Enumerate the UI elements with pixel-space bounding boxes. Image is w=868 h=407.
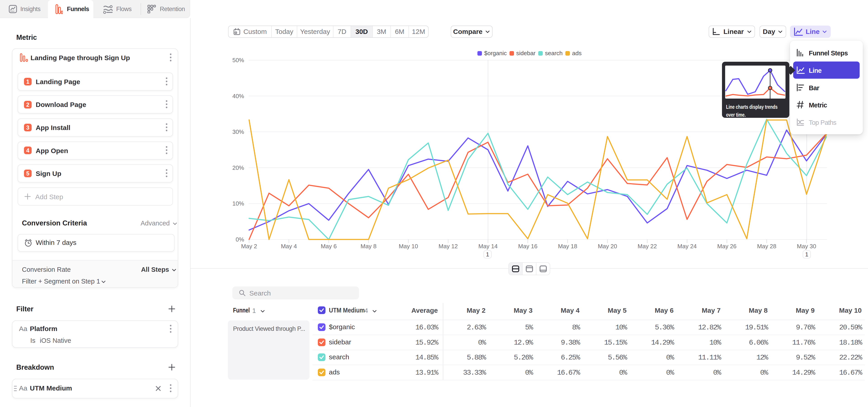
svg-text:May 16: May 16 bbox=[518, 243, 537, 250]
svg-text:40%: 40% bbox=[232, 93, 244, 99]
svg-text:30%: 30% bbox=[232, 128, 244, 135]
svg-text:May 2: May 2 bbox=[241, 243, 257, 250]
svg-text:May 10: May 10 bbox=[399, 243, 418, 250]
svg-text:50%: 50% bbox=[232, 57, 244, 64]
svg-text:May 6: May 6 bbox=[321, 243, 337, 250]
svg-text:May 4: May 4 bbox=[281, 243, 297, 250]
svg-text:May 28: May 28 bbox=[757, 243, 776, 250]
svg-text:May 26: May 26 bbox=[717, 243, 737, 250]
svg-text:May 12: May 12 bbox=[438, 243, 458, 250]
svg-text:May 14: May 14 bbox=[478, 243, 498, 250]
svg-text:May 18: May 18 bbox=[558, 243, 577, 250]
svg-text:10%: 10% bbox=[232, 200, 244, 207]
svg-text:0%: 0% bbox=[236, 236, 244, 243]
svg-text:May 22: May 22 bbox=[638, 243, 657, 250]
svg-text:20%: 20% bbox=[232, 164, 244, 171]
svg-text:May 24: May 24 bbox=[677, 243, 697, 250]
svg-text:May 30: May 30 bbox=[797, 243, 816, 250]
svg-text:May 20: May 20 bbox=[598, 243, 617, 250]
svg-text:May 8: May 8 bbox=[361, 243, 377, 250]
